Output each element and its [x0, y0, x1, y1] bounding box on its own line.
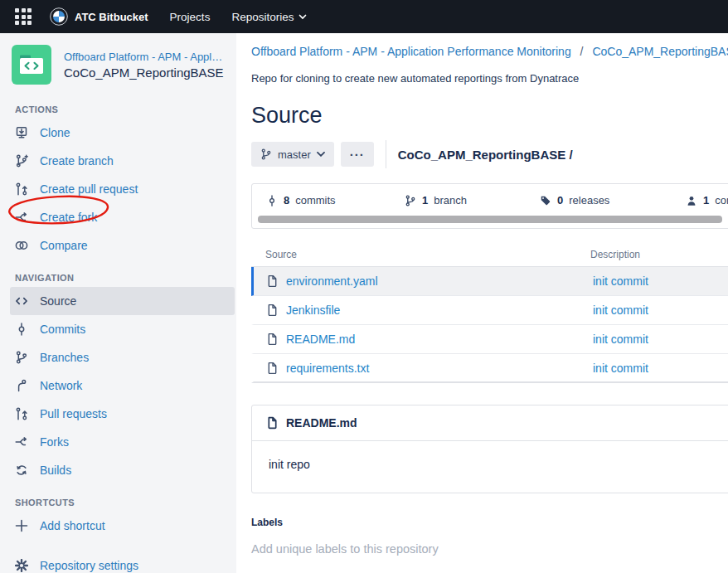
app-title: ATC Bitbucket: [75, 11, 148, 23]
file-icon: [265, 303, 279, 317]
file-table-header: Source Description: [251, 242, 728, 267]
branch-selector-button[interactable]: master: [251, 142, 334, 167]
repo-header: Offboard Platform - APM - Application Pe…: [0, 33, 236, 91]
bmw-logo: [50, 7, 68, 26]
readme-header: README.md: [252, 405, 728, 441]
project-link[interactable]: Offboard Platform - APM - Application Pe…: [64, 51, 223, 63]
pull-request-icon: [15, 182, 28, 196]
app-switcher-icon[interactable]: [15, 8, 32, 25]
readme-content: init repo: [252, 441, 728, 493]
file-icon: [265, 274, 279, 288]
source-icon: [15, 294, 28, 308]
breadcrumb-separator: /: [580, 45, 584, 58]
divider: [386, 140, 386, 168]
branch-icon: [405, 195, 416, 206]
table-row[interactable]: environment.yaml init commit: [251, 267, 728, 296]
sidebar-item-forks[interactable]: Forks: [10, 428, 235, 456]
nav-projects[interactable]: Projects: [170, 11, 211, 23]
commit-icon: [15, 323, 28, 336]
sidebar-item-create-branch[interactable]: Create branch: [10, 147, 235, 175]
commit-icon: [266, 195, 278, 206]
stat-branches[interactable]: 1branch: [405, 194, 467, 206]
sidebar-item-builds[interactable]: Builds: [10, 456, 235, 484]
top-navbar: ATC Bitbucket Projects Repositories: [0, 0, 728, 33]
column-header-source: Source: [265, 249, 297, 260]
column-header-description: Description: [590, 249, 640, 260]
chevron-down-icon: [317, 152, 325, 157]
branch-icon: [260, 148, 272, 160]
section-title-actions: ACTIONS: [15, 104, 236, 114]
table-row[interactable]: requirements.txt init commit: [251, 354, 728, 383]
readme-panel: README.md init repo: [251, 405, 728, 493]
repo-avatar: [12, 45, 51, 85]
brand[interactable]: ATC Bitbucket: [50, 7, 148, 26]
person-icon: [686, 195, 697, 206]
file-path: CoCo_APM_ReportingBASE /: [398, 148, 573, 162]
file-link[interactable]: Jenkinsfile: [286, 303, 340, 317]
horizontal-scrollbar[interactable]: [258, 216, 722, 223]
branch-icon: [15, 351, 28, 364]
network-icon: [15, 379, 28, 392]
nav-repositories[interactable]: Repositories: [231, 11, 307, 23]
repo-name: CoCo_APM_ReportingBASE: [64, 66, 224, 80]
compare-icon: [15, 239, 28, 252]
stat-releases[interactable]: 0releases: [540, 194, 609, 206]
labels-input-placeholder[interactable]: Add unique labels to this repository: [251, 542, 728, 556]
labels-heading: Labels: [251, 517, 728, 528]
table-row[interactable]: README.md init commit: [251, 325, 728, 354]
commit-message-link[interactable]: init commit: [593, 333, 648, 346]
file-link[interactable]: README.md: [286, 333, 355, 346]
commit-message-link[interactable]: init commit: [593, 274, 648, 288]
breadcrumb-project-link[interactable]: Offboard Platform - APM - Application Pe…: [251, 45, 571, 58]
sidebar-item-clone[interactable]: Clone: [10, 119, 235, 147]
table-row[interactable]: Jenkinsfile init commit: [251, 296, 728, 325]
pull-request-icon: [15, 407, 28, 420]
sidebar-item-compare[interactable]: Compare: [10, 231, 235, 260]
readme-filename: README.md: [286, 416, 357, 430]
sidebar-item-commits[interactable]: Commits: [10, 315, 235, 343]
main-content: Offboard Platform - APM - Application Pe…: [236, 33, 728, 573]
stat-commits[interactable]: 8commits: [266, 194, 336, 206]
stat-contributors[interactable]: 1contributor: [686, 194, 728, 206]
file-icon: [265, 416, 279, 430]
sidebar-item-create-fork[interactable]: Create fork: [10, 203, 235, 231]
breadcrumb: Offboard Platform - APM - Application Pe…: [251, 45, 728, 58]
file-link[interactable]: requirements.txt: [286, 362, 369, 375]
bitbucket-repo-page: ATC Bitbucket Projects Repositories Offb…: [0, 0, 728, 573]
file-link[interactable]: environment.yaml: [286, 274, 378, 288]
file-icon: [265, 333, 279, 346]
file-table: Source Description environment.yaml init…: [251, 242, 728, 383]
builds-icon: [15, 464, 28, 477]
sidebar-item-source[interactable]: Source: [10, 287, 235, 315]
fork-icon: [15, 435, 28, 449]
sidebar-item-add-shortcut[interactable]: Add shortcut: [10, 512, 235, 540]
create-branch-icon: [15, 154, 28, 168]
clone-icon: [15, 126, 28, 139]
sidebar-item-repository-settings[interactable]: Repository settings: [10, 551, 235, 573]
page-title: Source: [251, 103, 728, 129]
commit-message-link[interactable]: init commit: [593, 303, 648, 317]
fork-icon: [15, 211, 28, 224]
tag-icon: [540, 195, 551, 206]
chevron-down-icon: [298, 14, 307, 20]
repo-description: Repo for cloning to create new automated…: [251, 72, 728, 85]
gear-icon: [15, 559, 28, 572]
repo-stats-bar: 8commits 1branch 0releases: [251, 183, 728, 229]
plus-icon: [15, 519, 28, 532]
sidebar: Offboard Platform - APM - Application Pe…: [0, 33, 236, 573]
section-title-navigation: NAVIGATION: [15, 273, 236, 283]
more-actions-button[interactable]: ···: [341, 142, 374, 167]
section-title-shortcuts: SHORTCUTS: [15, 498, 236, 507]
sidebar-item-network[interactable]: Network: [10, 371, 235, 400]
sidebar-item-pull-requests[interactable]: Pull requests: [10, 400, 235, 428]
source-controls: master ··· CoCo_APM_ReportingBASE /: [251, 141, 728, 168]
sidebar-item-create-pull-request[interactable]: Create pull request: [10, 175, 235, 203]
sidebar-item-branches[interactable]: Branches: [10, 343, 235, 371]
commit-message-link[interactable]: init commit: [593, 362, 648, 375]
breadcrumb-repo-link[interactable]: CoCo_APM_ReportingBASE: [592, 45, 728, 58]
file-icon: [265, 362, 279, 375]
